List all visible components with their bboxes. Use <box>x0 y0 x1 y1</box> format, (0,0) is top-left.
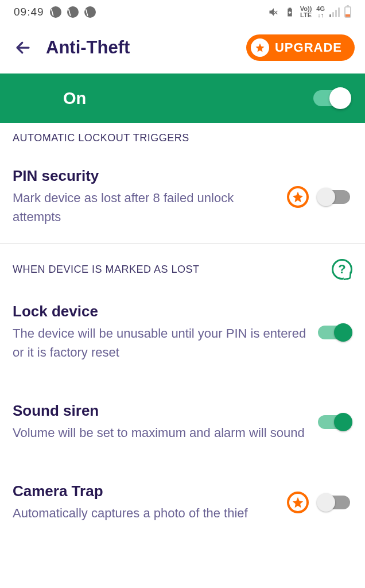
setting-camera-trap[interactable]: Camera Trap Automatically captures a pho… <box>0 459 365 540</box>
volte-icon: Vo))LTE <box>300 6 312 18</box>
app-header: Anti-Theft UPGRADE <box>0 24 365 74</box>
premium-star-icon <box>287 186 309 208</box>
back-button[interactable] <box>10 35 36 60</box>
setting-desc: Volume will be set to maximum and alarm … <box>13 423 309 442</box>
star-icon <box>251 38 269 57</box>
setting-sound-siren[interactable]: Sound siren Volume will be set to maximu… <box>0 379 365 459</box>
master-switch[interactable] <box>313 87 351 109</box>
pin-security-switch[interactable] <box>317 187 352 207</box>
help-button[interactable]: ? <box>332 259 352 280</box>
section-header-lost: WHEN DEVICE IS MARKED AS LOST <box>13 264 200 276</box>
status-right: Vo))LTE 4G↓↑ <box>268 6 351 18</box>
master-toggle-label: On <box>63 89 86 108</box>
status-left: 09:49 <box>14 6 96 18</box>
status-time: 09:49 <box>14 6 44 18</box>
mute-icon <box>268 6 279 18</box>
page-title: Anti-Theft <box>46 37 246 58</box>
setting-desc: The device will be unusable until your P… <box>13 324 309 362</box>
setting-title: PIN security <box>13 167 279 185</box>
signal-icon <box>329 7 340 17</box>
section-header-lost-row: WHEN DEVICE IS MARKED AS LOST ? <box>0 244 365 280</box>
setting-desc: Mark device as lost after 8 failed unloc… <box>13 188 279 226</box>
setting-title: Lock device <box>13 303 309 320</box>
battery-saver-icon <box>284 6 296 18</box>
sound-siren-switch[interactable] <box>317 412 352 432</box>
setting-lock-device[interactable]: Lock device The device will be unusable … <box>0 280 365 379</box>
setting-desc: Automatically captures a photo of the th… <box>13 504 279 523</box>
premium-star-icon <box>287 492 309 513</box>
feature-master-toggle[interactable]: On <box>0 74 365 123</box>
notification-icon <box>67 6 79 18</box>
notification-icon <box>50 6 61 18</box>
status-bar: 09:49 Vo))LTE 4G↓↑ <box>0 0 365 24</box>
lock-device-switch[interactable] <box>317 322 352 343</box>
network-4g-icon: 4G↓↑ <box>316 6 325 18</box>
setting-pin-security[interactable]: PIN security Mark device as lost after 8… <box>0 144 365 243</box>
notification-icon <box>84 6 96 18</box>
setting-title: Sound siren <box>13 402 309 420</box>
battery-icon <box>344 6 351 18</box>
setting-title: Camera Trap <box>13 482 279 500</box>
upgrade-label: UPGRADE <box>275 40 342 55</box>
camera-trap-switch[interactable] <box>317 492 352 513</box>
section-header-triggers: AUTOMATIC LOCKOUT TRIGGERS <box>0 123 365 144</box>
upgrade-button[interactable]: UPGRADE <box>246 34 355 61</box>
